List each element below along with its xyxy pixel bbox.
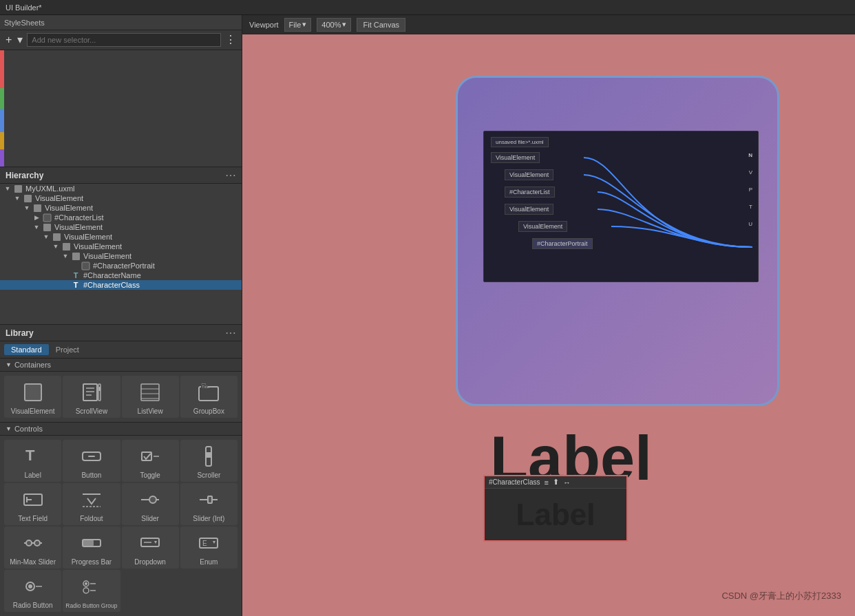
scroller-icon [196, 444, 221, 469]
lib-visual-element[interactable]: VisualElement [4, 376, 61, 418]
library-options[interactable]: ⋯ [225, 326, 236, 339]
lib-label-dropdown: Dropdown [134, 558, 166, 566]
viewport-canvas[interactable]: unsaved file>*.uxml VisualElement Visual… [242, 34, 855, 616]
charname-icon: T [70, 271, 81, 279]
list-view-icon [138, 380, 162, 405]
arrow-ve3[interactable]: ▼ [32, 224, 41, 231]
arrow-ve2[interactable]: ▼ [22, 204, 32, 211]
lib-radio-button[interactable]: Radio Button [4, 570, 61, 612]
file-dropdown[interactable]: File ▾ [284, 18, 312, 32]
lib-label-visual-element: VisualElement [11, 407, 55, 415]
lib-radio-button-group[interactable]: Radio Button Group [63, 570, 120, 612]
hierarchy-item-ve6[interactable]: ▼ VisualElement [0, 251, 242, 261]
hierarchy-item-charclass[interactable]: T #CharacterClass [0, 280, 242, 290]
arrow-ve4[interactable]: ▼ [41, 233, 51, 240]
lib-label-text-field: Text Field [18, 515, 48, 522]
arrow-charlist[interactable]: ▶ [32, 214, 41, 221]
left-panel: StyleSheets + ▾ ⋮ Hierarchy ⋯ [0, 15, 242, 616]
toggle-icon [138, 444, 162, 469]
lib-label-radio-button: Radio Button [13, 602, 53, 609]
viewport-header: Viewport File ▾ 400% ▾ Fit Canvas [242, 15, 855, 34]
color-bar-1 [0, 50, 4, 88]
lib-toggle[interactable]: Toggle [122, 440, 179, 482]
svg-text:T: T [25, 447, 35, 464]
svg-rect-17 [141, 384, 159, 401]
ve4-icon [51, 233, 62, 241]
watermark: CSDN @牙膏上的小苏打2333 [721, 590, 841, 602]
tab-project[interactable]: Project [49, 344, 86, 355]
svg-rect-6 [63, 243, 70, 251]
fit-canvas-button[interactable]: Fit Canvas [357, 18, 405, 32]
lib-foldout[interactable]: Foldout [63, 483, 120, 525]
hierarchy-panel[interactable]: ▼ MyUXML.uxml ▼ VisualElement ▼ [0, 184, 242, 325]
svg-text:E: E [202, 540, 207, 547]
containers-section-header[interactable]: ▼ Containers [0, 358, 242, 372]
arrow-ve6[interactable]: ▼ [61, 253, 70, 259]
lib-scroller[interactable]: Scroller [180, 440, 237, 482]
arrow-ve1[interactable]: ▼ [12, 195, 22, 202]
add-selector-plus[interactable]: + [4, 34, 13, 45]
hierarchy-label-ve1: VisualElement [35, 194, 83, 202]
controls-section-header[interactable]: ▼ Controls [0, 422, 242, 436]
library-title: Library [6, 328, 34, 338]
lib-label-enum: Enum [200, 558, 218, 566]
hierarchy-item-charname[interactable]: T #CharacterName [0, 270, 242, 280]
lib-scroll-view[interactable]: ScrollView [63, 376, 120, 418]
library-header: Library ⋯ [0, 325, 242, 341]
svg-point-54 [85, 582, 87, 585]
slider-int-icon [196, 487, 221, 512]
library-scroll[interactable]: ▼ Containers VisualElement [0, 358, 242, 616]
color-bar-5 [0, 149, 4, 167]
hierarchy-item-ve3[interactable]: ▼ VisualElement [0, 222, 242, 232]
text-field-icon [21, 487, 45, 512]
hierarchy-item-ve5[interactable]: ▼ VisualElement [0, 242, 242, 251]
lib-label[interactable]: T Label [4, 440, 61, 482]
svg-point-43 [34, 540, 40, 546]
connector-svg [484, 131, 758, 282]
char-class-top-icon: ⬆ [553, 478, 559, 487]
char-class-content: Label [485, 489, 626, 540]
lib-progress-bar[interactable]: Progress Bar [63, 527, 120, 569]
lib-text-field[interactable]: Text Field [4, 483, 61, 525]
char-class-id: #CharacterClass [489, 478, 540, 486]
stylesheets-header: StyleSheets [0, 15, 242, 30]
hierarchy-label-charportrait: #CharacterPortrait [93, 262, 155, 270]
add-selector-input[interactable] [27, 33, 221, 47]
arrow-myuxml[interactable]: ▼ [3, 185, 12, 192]
svg-point-56 [83, 588, 89, 593]
add-selector-minus[interactable]: ▾ [16, 34, 24, 45]
charlist-icon [41, 213, 52, 222]
viewport: Viewport File ▾ 400% ▾ Fit Canvas unsave… [242, 15, 855, 616]
lib-dropdown[interactable]: Dropdown [122, 527, 179, 569]
svg-rect-31 [206, 452, 211, 458]
hierarchy-item-ve2[interactable]: ▼ VisualElement [0, 203, 242, 213]
arrow-ve5[interactable]: ▼ [51, 243, 61, 250]
hierarchy-item-charlist[interactable]: ▶ #CharacterList [0, 213, 242, 222]
svg-rect-3 [43, 214, 51, 222]
enum-icon: E [196, 531, 221, 555]
lib-button[interactable]: Button [63, 440, 120, 482]
selector-options[interactable]: ⋮ [224, 34, 237, 45]
viewport-title: Viewport [249, 21, 279, 29]
lib-group-box[interactable]: ▭Title GroupBox [180, 376, 237, 418]
lib-slider-int[interactable]: Slider (Int) [180, 483, 237, 525]
hierarchy-item-ve4[interactable]: ▼ VisualElement [0, 232, 242, 242]
lib-slider[interactable]: Slider [122, 483, 179, 525]
hierarchy-options[interactable]: ⋯ [225, 169, 236, 182]
lib-label-group-box: GroupBox [193, 407, 224, 415]
lib-list-view[interactable]: ListView [122, 376, 179, 418]
tab-standard[interactable]: Standard [4, 344, 49, 355]
lib-enum[interactable]: E Enum [180, 527, 237, 569]
char-class-align-icon: ≡ [544, 478, 548, 487]
stylesheets-toolbar: + ▾ ⋮ [0, 30, 242, 50]
lib-min-max-slider[interactable]: Min-Max Slider [4, 527, 61, 569]
svg-point-51 [28, 584, 32, 588]
lib-label-foldout: Foldout [80, 515, 103, 522]
zoom-dropdown[interactable]: 400% ▾ [317, 18, 351, 32]
hierarchy-item-ve1[interactable]: ▼ VisualElement [0, 193, 242, 203]
lib-label-list-view: ListView [138, 407, 163, 415]
svg-rect-13 [98, 387, 101, 391]
hierarchy-item-myuxml[interactable]: ▼ MyUXML.uxml [0, 184, 242, 193]
hierarchy-item-charportrait[interactable]: #CharacterPortrait [0, 261, 242, 270]
ve5-icon [61, 242, 72, 251]
